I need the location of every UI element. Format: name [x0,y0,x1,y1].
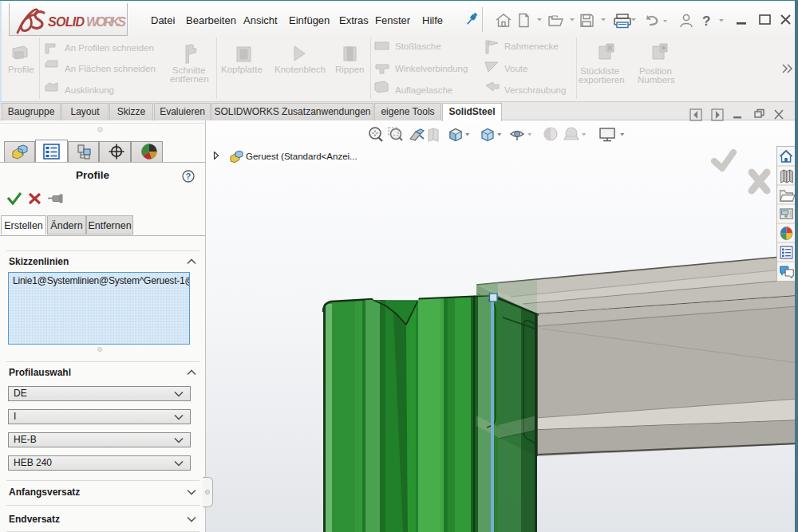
svg-text:Rahmenecke: Rahmenecke [504,41,559,51]
svg-text:An Flächen schneiden: An Flächen schneiden [65,64,156,73]
svg-text:Voute: Voute [504,64,527,73]
svg-text:Numbers: Numbers [638,75,675,85]
svg-text:Rippen: Rippen [335,65,364,74]
svg-text:Kopfplatte: Kopfplatte [221,65,263,74]
svg-text:Verschraubung: Verschraubung [504,85,566,95]
svg-text:WORKS: WORKS [86,15,126,29]
svg-text:Winkelverbindung: Winkelverbindung [395,64,468,73]
svg-text:Auflagelasche: Auflagelasche [395,85,452,95]
svg-text:Stoßlasche: Stoßlasche [395,41,441,51]
svg-text:Knotenblech: Knotenblech [275,65,326,74]
svg-text:?: ? [186,171,192,181]
svg-text:exportieren: exportieren [579,75,625,85]
svg-text:Profile: Profile [8,65,34,74]
svg-text:SOLID: SOLID [48,15,85,29]
svg-text:Ausklinkung: Ausklinkung [65,85,114,95]
svg-text:?: ? [702,14,710,29]
svg-text:An Profilen schneiden: An Profilen schneiden [65,43,154,53]
svg-text:entfernen: entfernen [170,74,209,84]
